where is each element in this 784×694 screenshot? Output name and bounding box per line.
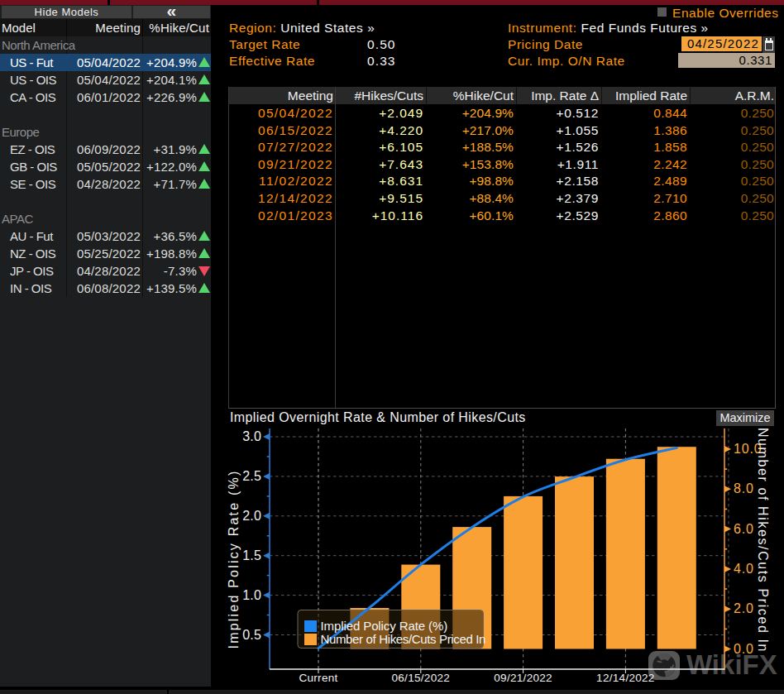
svg-text:0.5: 0.5 xyxy=(242,628,261,642)
svg-text:Current: Current xyxy=(299,672,337,684)
svg-text:Number of Hikes/Cuts Priced In: Number of Hikes/Cuts Priced In xyxy=(756,428,770,653)
svg-text:0.0: 0.0 xyxy=(734,642,754,656)
svg-text:6.0: 6.0 xyxy=(734,522,754,536)
svg-text:3.0: 3.0 xyxy=(242,429,261,443)
svg-text:06/15/2022: 06/15/2022 xyxy=(392,672,451,684)
svg-text:2.0: 2.0 xyxy=(734,601,754,615)
svg-text:1.0: 1.0 xyxy=(242,588,261,602)
svg-text:Implied Policy Rate (%): Implied Policy Rate (%) xyxy=(227,470,241,649)
svg-text:8.0: 8.0 xyxy=(734,481,754,495)
svg-text:1.5: 1.5 xyxy=(242,548,261,562)
svg-text:WikiFX: WikiFX xyxy=(686,649,777,680)
svg-text:09/21/2022: 09/21/2022 xyxy=(494,672,552,684)
svg-text:Implied Policy Rate (%): Implied Policy Rate (%) xyxy=(321,619,448,633)
svg-text:Number of Hikes/Cuts Priced In: Number of Hikes/Cuts Priced In xyxy=(321,632,486,646)
svg-text:2.5: 2.5 xyxy=(242,469,261,483)
svg-text:12/14/2022: 12/14/2022 xyxy=(596,672,655,684)
svg-text:2.0: 2.0 xyxy=(242,509,261,523)
svg-text:4.0: 4.0 xyxy=(734,562,754,576)
